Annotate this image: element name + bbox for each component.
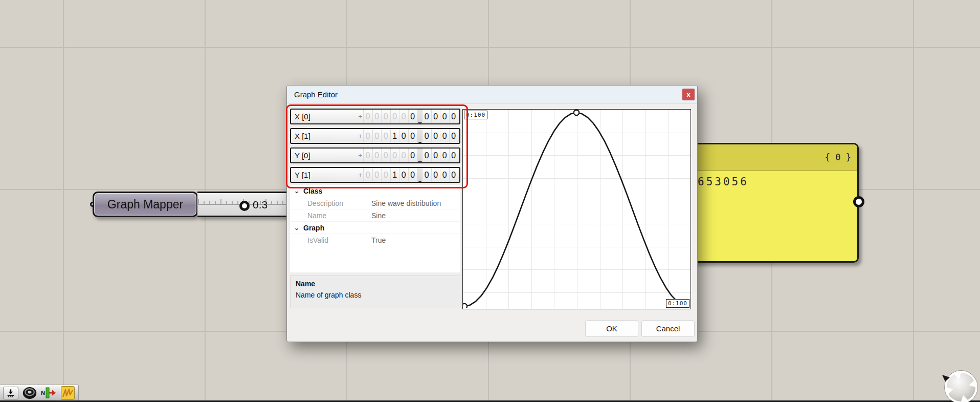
- integer-digit[interactable]: 0: [363, 149, 372, 162]
- property-row-description[interactable]: DescriptionSine wave distribution: [290, 197, 460, 209]
- property-help-box: Name Name of graph class: [290, 276, 460, 308]
- sign-digit[interactable]: +: [358, 171, 363, 179]
- integer-digit[interactable]: 0: [390, 149, 399, 162]
- decimal-digit[interactable]: 0: [431, 129, 440, 143]
- integer-digit[interactable]: 0: [372, 168, 382, 182]
- decimal-digit[interactable]: 0: [422, 149, 431, 162]
- jump-icon: N: [41, 386, 56, 399]
- decimal-digit[interactable]: 0: [440, 149, 449, 162]
- close-button[interactable]: x: [682, 89, 695, 100]
- sine-curve-plot[interactable]: [463, 110, 690, 308]
- graph-preview-panel[interactable]: 0:100 0:100: [462, 109, 691, 309]
- decimal-digit[interactable]: 0: [440, 129, 449, 143]
- decimal-separator: [417, 149, 422, 162]
- curve-grip[interactable]: [463, 304, 467, 308]
- integer-digit[interactable]: 0: [381, 129, 390, 143]
- decimal-digit[interactable]: 0: [449, 110, 458, 123]
- graph-editor-dialog[interactable]: Graph Editor x X [0]+0000000000X [1]+000…: [286, 85, 698, 342]
- data-panel-body[interactable]: { 0 } 653056: [688, 143, 859, 263]
- category-name: Graph: [303, 224, 324, 232]
- property-row-isvalid[interactable]: IsValidTrue: [290, 234, 460, 246]
- integer-digit[interactable]: 0: [381, 110, 390, 123]
- row-label: Y [1]: [291, 171, 310, 179]
- decimal-digit[interactable]: 0: [440, 168, 449, 182]
- sketch-puck-button[interactable]: [22, 386, 37, 400]
- integer-digit[interactable]: 0: [408, 149, 417, 162]
- decimal-digit[interactable]: 0: [431, 110, 440, 123]
- canvas-compass[interactable]: [941, 368, 980, 402]
- integer-digit[interactable]: 0: [399, 110, 408, 123]
- collapse-chevron-icon[interactable]: ⌄: [290, 187, 303, 195]
- decimal-digit[interactable]: 0: [422, 110, 431, 123]
- property-value: Sine wave distribution: [367, 199, 441, 207]
- panel-value: 653056: [689, 171, 857, 188]
- integer-digit[interactable]: 0: [363, 168, 372, 182]
- dialog-titlebar[interactable]: Graph Editor x: [287, 86, 697, 104]
- jump-to-button[interactable]: N: [41, 386, 56, 400]
- property-grid[interactable]: ⌄ClassDescriptionSine wave distributionN…: [290, 185, 460, 272]
- decimal-digit[interactable]: 0: [431, 149, 440, 162]
- property-value: Sine: [367, 211, 386, 220]
- integer-digit[interactable]: 0: [363, 129, 372, 143]
- integer-digit[interactable]: 0: [390, 110, 399, 123]
- integer-digit[interactable]: 0: [381, 149, 390, 162]
- decimal-digit[interactable]: 0: [449, 129, 458, 143]
- integer-digit[interactable]: 0: [408, 110, 417, 123]
- domain-label-top-left: 0:100: [464, 111, 487, 119]
- number-slider-track[interactable]: 0.3: [197, 192, 289, 217]
- integer-digit[interactable]: 0: [381, 168, 390, 182]
- slider-knob[interactable]: [239, 201, 250, 211]
- cancel-button[interactable]: Cancel: [641, 320, 695, 337]
- digit-row-y1[interactable]: Y [1]+0001000000: [290, 167, 460, 183]
- sign-digit[interactable]: +: [358, 113, 363, 120]
- integer-digit[interactable]: 1: [390, 168, 399, 182]
- decimal-digit[interactable]: 0: [422, 129, 431, 143]
- output-grip[interactable]: [853, 196, 864, 207]
- property-label: IsValid: [290, 235, 367, 246]
- property-category-class[interactable]: ⌄Class: [290, 185, 460, 197]
- integer-digit[interactable]: 0: [363, 110, 372, 123]
- canvas-toolbar[interactable]: N: [0, 385, 79, 400]
- integer-digit[interactable]: 0: [408, 168, 417, 182]
- download-button[interactable]: [3, 387, 18, 399]
- grasshopper-canvas[interactable]: Graph Mapper 0.3 { 0 } 653056 Graph Edit…: [0, 0, 980, 402]
- integer-digit[interactable]: 0: [399, 129, 408, 143]
- integer-digit[interactable]: 0: [399, 149, 408, 162]
- decimal-separator: [417, 168, 422, 182]
- integer-digit[interactable]: 1: [390, 129, 399, 143]
- property-category-graph[interactable]: ⌄Graph: [290, 222, 460, 234]
- decimal-digit[interactable]: 0: [431, 168, 440, 182]
- integer-digit[interactable]: 0: [372, 110, 382, 123]
- graph-mapper-capsule[interactable]: Graph Mapper: [93, 192, 198, 217]
- svg-text:N: N: [41, 390, 45, 396]
- integer-digit[interactable]: 0: [408, 129, 417, 143]
- sign-digit[interactable]: +: [358, 152, 363, 159]
- scribble-button[interactable]: [60, 386, 75, 400]
- collapse-chevron-icon[interactable]: ⌄: [290, 224, 303, 231]
- curve-grip[interactable]: [574, 110, 579, 115]
- dialog-title: Graph Editor: [294, 86, 338, 103]
- integer-digit[interactable]: 0: [399, 168, 408, 182]
- sine-curve: [464, 113, 688, 306]
- data-panel[interactable]: { 0 } 653056: [688, 143, 859, 263]
- decimal-separator: [417, 129, 422, 143]
- graph-mapper-component[interactable]: Graph Mapper 0.3: [93, 192, 289, 217]
- decimal-digit[interactable]: 0: [422, 168, 431, 182]
- decimal-digit[interactable]: 0: [449, 149, 458, 162]
- download-icon: [6, 389, 15, 397]
- integer-digit[interactable]: 0: [372, 129, 382, 143]
- ok-button[interactable]: OK: [585, 320, 638, 337]
- property-value: True: [367, 236, 386, 244]
- property-row-name[interactable]: NameSine: [290, 209, 460, 222]
- decimal-digit[interactable]: 0: [449, 168, 458, 182]
- integer-digit[interactable]: 0: [372, 149, 382, 162]
- digit-row-x1[interactable]: X [1]+0001000000: [290, 128, 460, 144]
- decimal-digit[interactable]: 0: [440, 110, 449, 123]
- coordinate-rows: X [0]+0000000000X [1]+0001000000Y [0]+00…: [290, 109, 460, 186]
- help-text: Name of graph class: [296, 291, 455, 299]
- digit-row-y0[interactable]: Y [0]+0000000000: [290, 147, 460, 163]
- row-label: X [0]: [291, 112, 310, 121]
- sign-digit[interactable]: +: [358, 132, 363, 140]
- property-label: Description: [290, 198, 367, 209]
- digit-row-x0[interactable]: X [0]+0000000000: [290, 109, 460, 124]
